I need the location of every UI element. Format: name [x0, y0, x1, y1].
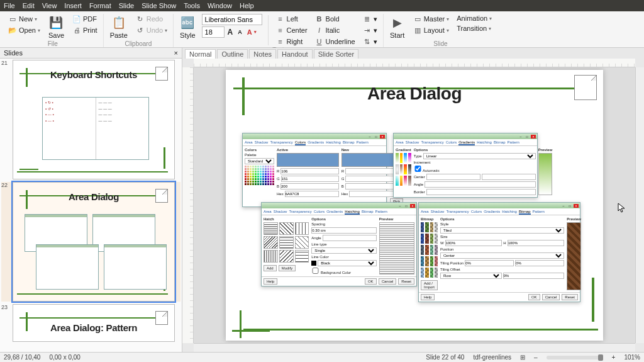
horizontal-ruler: [194, 59, 635, 67]
menu-slide[interactable]: Slide: [119, 2, 134, 9]
horizontal-scrollbar[interactable]: [194, 343, 635, 352]
ribbon-group-file: ▭New 📂Open 💾Save 📄PDF 🖨Print File: [3, 14, 104, 47]
pdf-icon: 📄: [72, 14, 81, 23]
zoom-value[interactable]: 101%: [624, 354, 640, 361]
ribbon: ▭New 📂Open 💾Save 📄PDF 🖨Print File 📋Paste…: [0, 11, 644, 48]
menu-slideshow[interactable]: Slide Show: [142, 2, 176, 9]
transition-button[interactable]: Transition: [455, 24, 494, 33]
style-icon: 🔤: [180, 15, 195, 30]
paste-icon: 📋: [111, 15, 126, 30]
slide-title: Area Dialog: [226, 84, 603, 104]
undo-button[interactable]: ↺Undo: [134, 25, 169, 35]
thumb-number: 22: [1, 182, 10, 302]
font-size-input[interactable]: [202, 26, 225, 38]
menu-insert[interactable]: Insert: [64, 2, 82, 9]
increase-indent-button[interactable]: ⇥▾: [361, 25, 379, 35]
print-icon: 🖨: [72, 26, 81, 35]
ribbon-group-slide: ▶Start ▭Master ▥Layout Animation Transit…: [384, 14, 498, 47]
align-center-button[interactable]: ≡Center: [274, 25, 309, 35]
slide-canvas[interactable]: Area Dialog –□× AreaShadowTransparencyCo…: [194, 67, 635, 343]
menubar: File Edit View Insert Format Slide Slide…: [0, 0, 644, 11]
start-slideshow-button[interactable]: ▶Start: [387, 14, 408, 40]
main-edit-area: Normal Outline Notes Handout Slide Sorte…: [182, 48, 644, 352]
dialog-gradients: –□× AreaShadowTransparencyColorsGradient…: [393, 133, 538, 198]
print-button[interactable]: 🖨Print: [70, 25, 99, 35]
current-slide: Area Dialog –□× AreaShadowTransparencyCo…: [226, 70, 603, 341]
thumb-title: Area Dialog: Pattern: [17, 322, 170, 333]
menu-view[interactable]: View: [42, 2, 57, 9]
dialog-bitmap: –□× AreaShadowTransparencyColorsGradient…: [418, 202, 580, 302]
menu-format[interactable]: Format: [89, 2, 111, 9]
zoom-in-button[interactable]: +: [612, 354, 616, 361]
vertical-scrollbar[interactable]: [635, 67, 644, 343]
ribbon-label-file: File: [48, 40, 58, 48]
status-template: tdf-greenlines: [473, 354, 511, 361]
font-name-input[interactable]: [202, 14, 262, 25]
paste-button[interactable]: 📋Paste: [108, 14, 130, 40]
menu-file[interactable]: File: [4, 2, 15, 9]
thumb-number: 23: [1, 304, 10, 342]
slide-thumb-21[interactable]: 21 Keyboard Shortcuts ▪ ↻ ▪▪ ↺ ▪▪ — ▪▪ —…: [1, 60, 180, 179]
open-button[interactable]: 📂Open: [6, 25, 42, 35]
save-icon: 💾: [48, 15, 64, 30]
workspace: Slides × 21 Keyboard Shortcuts: [0, 48, 644, 352]
line-spacing-button[interactable]: ⇅▾: [361, 37, 379, 47]
underline-button[interactable]: UUnderline: [313, 37, 357, 47]
status-size: 0,00 x 0,00: [49, 354, 80, 361]
indent-icon: ⇥: [363, 26, 372, 35]
font-shrink-button[interactable]: A: [236, 28, 244, 36]
underline-icon: U: [315, 37, 324, 46]
menu-window[interactable]: Window: [208, 2, 232, 9]
menu-help[interactable]: Help: [240, 2, 254, 9]
vertical-ruler: [182, 67, 194, 343]
slides-panel-title: Slides: [4, 49, 23, 57]
line-spacing-icon: ⇅: [363, 37, 372, 46]
save-button[interactable]: 💾Save: [46, 14, 67, 40]
slide-thumb-22[interactable]: 22 Area Dialog: [1, 182, 180, 302]
bold-button[interactable]: BBold: [313, 14, 357, 24]
bullets-button[interactable]: ≣▾: [361, 14, 379, 24]
align-left-button[interactable]: ≡Left: [274, 14, 309, 24]
menu-edit[interactable]: Edit: [23, 2, 35, 9]
thumb-title: Keyboard Shortcuts: [17, 69, 170, 80]
tab-notes[interactable]: Notes: [249, 49, 276, 59]
font-color-button[interactable]: A▾: [245, 28, 258, 37]
layout-button[interactable]: ▥Layout: [411, 25, 452, 35]
view-tabs: Normal Outline Notes Handout Slide Sorte…: [182, 48, 644, 59]
tab-handout[interactable]: Handout: [277, 49, 313, 59]
style-button[interactable]: 🔤Style: [177, 14, 197, 40]
undo-icon: ↺: [136, 26, 145, 35]
open-icon: 📂: [8, 26, 17, 35]
slide-thumb-23[interactable]: 23 Area Dialog: Pattern: [1, 304, 180, 342]
zoom-out-button[interactable]: –: [534, 354, 538, 361]
slides-panel-close[interactable]: ×: [174, 49, 178, 57]
tab-slidesorter[interactable]: Slide Sorter: [314, 49, 358, 59]
ribbon-label-clipboard: Clipboard: [125, 40, 152, 48]
pdf-button[interactable]: 📄PDF: [70, 14, 99, 24]
thumb-number: 21: [1, 60, 10, 179]
align-left-icon: ≡: [276, 14, 285, 23]
ribbon-group-clipboard: 📋Paste ↻Redo ↺Undo Clipboard: [104, 14, 174, 47]
layout-icon: ▥: [413, 26, 422, 35]
tab-outline[interactable]: Outline: [217, 49, 248, 59]
align-right-button[interactable]: ≡Right: [274, 37, 309, 47]
slides-panel: Slides × 21 Keyboard Shortcuts: [0, 48, 182, 352]
status-slide-number: Slide 22 of 40: [426, 354, 464, 361]
master-button[interactable]: ▭Master: [411, 14, 452, 24]
font-grow-button[interactable]: A: [226, 27, 235, 37]
status-coords: 29,68 / 10,40: [4, 354, 40, 361]
redo-button[interactable]: ↻Redo: [134, 14, 169, 24]
menu-tools[interactable]: Tools: [184, 2, 200, 9]
bold-icon: B: [315, 14, 324, 23]
zoom-fit-button[interactable]: ⊞: [520, 354, 525, 361]
italic-button[interactable]: IItalic: [313, 25, 357, 35]
new-button[interactable]: ▭New: [6, 14, 42, 24]
animation-button[interactable]: Animation: [455, 14, 494, 23]
dialog-hatching: –□× AreaShadowTransparencyColorsGradient…: [261, 202, 417, 286]
dialog-colors: –□× AreaShadowTransparencyColorsGradient…: [242, 133, 387, 207]
thumb-title: Area Dialog: [17, 191, 170, 202]
tab-normal[interactable]: Normal: [185, 49, 216, 59]
zoom-slider[interactable]: [547, 356, 603, 359]
ribbon-label-slide: Slide: [433, 40, 447, 48]
play-icon: ▶: [390, 15, 405, 30]
